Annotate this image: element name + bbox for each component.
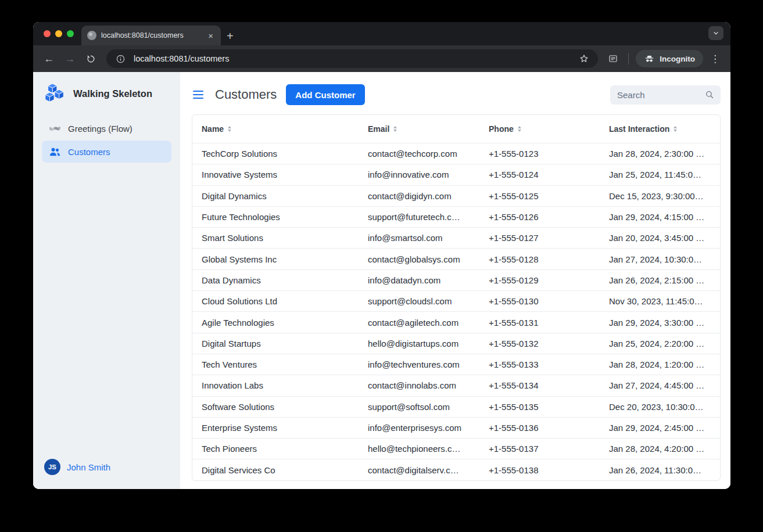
table-row[interactable]: Tech Pioneershello@techpioneers.c…+1-555… xyxy=(192,438,720,459)
address-bar[interactable]: localhost:8081/customers xyxy=(106,49,598,68)
sort-icon xyxy=(518,126,521,132)
tab-close-icon[interactable]: × xyxy=(206,31,215,41)
cell-last-interaction: Jan 27, 2024, 10:30:0… xyxy=(600,254,720,264)
cell-email: support@futuretech.c… xyxy=(359,212,479,222)
cell-name: Agile Technologies xyxy=(192,318,359,328)
table-row[interactable]: Enterprise Systemsinfo@enterprisesys.com… xyxy=(192,417,720,438)
site-info-button[interactable] xyxy=(112,51,128,67)
user-menu[interactable]: JS John Smith xyxy=(42,456,171,477)
cell-phone: +1-555-0136 xyxy=(479,423,600,433)
column-header-name[interactable]: Name xyxy=(192,124,359,134)
search-input[interactable] xyxy=(617,90,704,100)
info-icon xyxy=(116,54,126,64)
cell-name: Global Systems Inc xyxy=(192,254,359,264)
table-row[interactable]: Software Solutionssupport@softsol.com+1-… xyxy=(192,396,720,417)
sidebar-item-label: Customers xyxy=(68,147,110,157)
cell-phone: +1-555-0126 xyxy=(479,212,600,222)
cell-email: contact@globalsys.com xyxy=(359,254,479,264)
browser-toolbar: ← → localhost:8081/customers Incognito ⋮ xyxy=(33,45,730,72)
menu-toggle-button[interactable] xyxy=(192,88,205,102)
cell-last-interaction: Jan 29, 2024, 3:30:00 … xyxy=(600,318,720,328)
cell-phone: +1-555-0131 xyxy=(479,318,600,328)
cell-name: Digital Startups xyxy=(192,339,359,348)
table-row[interactable]: Digital Services Cocontact@digitalserv.c… xyxy=(192,459,720,480)
cell-name: Software Solutions xyxy=(192,402,359,412)
column-header-email[interactable]: Email xyxy=(359,124,479,134)
cell-last-interaction: Jan 28, 2024, 2:30:00 … xyxy=(600,149,720,159)
table-row[interactable]: Global Systems Inccontact@globalsys.com+… xyxy=(192,248,720,269)
incognito-badge: Incognito xyxy=(636,50,703,67)
cell-name: Digital Dynamics xyxy=(192,191,359,201)
cell-phone: +1-555-0130 xyxy=(479,296,600,306)
forward-button: → xyxy=(61,50,78,67)
table-row[interactable]: Cloud Solutions Ltdsupport@cloudsl.com+1… xyxy=(192,290,720,311)
browser-window: localhost:8081/customers × + ← → localho… xyxy=(33,22,730,489)
cell-phone: +1-555-0137 xyxy=(479,444,600,454)
incognito-label: Incognito xyxy=(660,55,695,63)
column-label: Name xyxy=(202,124,224,134)
close-window-button[interactable] xyxy=(44,30,51,37)
cell-name: Data Dynamics xyxy=(192,275,359,285)
column-header-phone[interactable]: Phone xyxy=(479,124,600,134)
cell-email: info@enterprisesys.com xyxy=(359,423,479,433)
add-customer-button[interactable]: Add Customer xyxy=(286,84,364,105)
table-row[interactable]: Agile Technologiescontact@agiletech.com+… xyxy=(192,311,720,332)
column-header-last-interaction[interactable]: Last Interaction xyxy=(600,124,720,134)
star-icon xyxy=(579,53,589,64)
table-row[interactable]: Innovative Systemsinfo@innovative.com+1-… xyxy=(192,164,720,185)
back-button[interactable]: ← xyxy=(40,50,58,67)
cell-last-interaction: Dec 20, 2023, 10:30:0… xyxy=(600,402,720,412)
tab-search-button[interactable] xyxy=(708,26,723,40)
cell-name: Smart Solutions xyxy=(192,233,359,243)
table-row[interactable]: Data Dynamicsinfo@datadyn.com+1-555-0129… xyxy=(192,269,720,290)
cell-phone: +1-555-0133 xyxy=(479,360,600,369)
sidebar-item-greetings[interactable]: Greetings (Flow) xyxy=(42,117,171,139)
cell-phone: +1-555-0132 xyxy=(479,339,600,348)
cell-phone: +1-555-0123 xyxy=(479,149,600,159)
side-panel-button[interactable] xyxy=(605,51,621,67)
cell-phone: +1-555-0138 xyxy=(479,465,600,475)
table-row[interactable]: TechCorp Solutionscontact@techcorp.com+1… xyxy=(192,143,720,164)
page-content: Walking Skeleton Greetings (Flow) xyxy=(33,72,730,489)
cell-phone: +1-555-0124 xyxy=(479,170,600,179)
cell-email: contact@techcorp.com xyxy=(359,149,479,159)
cell-email: info@techventures.com xyxy=(359,360,479,369)
cell-phone: +1-555-0127 xyxy=(479,233,600,243)
sidebar-item-label: Greetings (Flow) xyxy=(68,124,132,134)
search-box xyxy=(610,85,721,105)
chevron-down-icon xyxy=(712,29,720,37)
new-tab-button[interactable]: + xyxy=(227,30,234,42)
cell-name: Cloud Solutions Ltd xyxy=(192,296,359,306)
column-label: Email xyxy=(368,124,389,134)
table-row[interactable]: Tech Venturesinfo@techventures.com+1-555… xyxy=(192,354,720,375)
sort-icon xyxy=(674,126,677,132)
browser-tab[interactable]: localhost:8081/customers × xyxy=(81,26,221,45)
cell-name: TechCorp Solutions xyxy=(192,149,359,159)
url-text: localhost:8081/customers xyxy=(134,54,571,63)
reload-button[interactable] xyxy=(82,50,99,67)
table-row[interactable]: Digital Startupshello@digistartups.com+1… xyxy=(192,333,720,354)
cell-phone: +1-555-0129 xyxy=(479,275,600,285)
cell-name: Enterprise Systems xyxy=(192,423,359,433)
cell-email: contact@digitalserv.c… xyxy=(359,465,479,475)
zoom-window-button[interactable] xyxy=(67,30,74,37)
table-row[interactable]: Digital Dynamicscontact@digidyn.com+1-55… xyxy=(192,185,720,206)
cell-email: hello@techpioneers.c… xyxy=(359,444,479,454)
minimize-window-button[interactable] xyxy=(55,30,62,37)
cell-name: Innovation Labs xyxy=(192,380,359,390)
cell-name: Digital Services Co xyxy=(192,465,359,475)
table-row[interactable]: Smart Solutionsinfo@smartsol.com+1-555-0… xyxy=(192,227,720,248)
cell-email: info@innovative.com xyxy=(359,170,479,179)
table-header-row: Name Email Phone Last Interaction xyxy=(192,115,720,143)
cell-phone: +1-555-0128 xyxy=(479,254,600,264)
cell-email: info@datadyn.com xyxy=(359,275,479,285)
sidebar-item-customers[interactable]: Customers xyxy=(42,141,171,163)
table-row[interactable]: Innovation Labscontact@innolabs.com+1-55… xyxy=(192,375,720,396)
bookmark-button[interactable] xyxy=(576,51,592,67)
cell-phone: +1-555-0135 xyxy=(479,402,600,412)
browser-menu-button[interactable]: ⋮ xyxy=(707,53,723,65)
table-row[interactable]: Future Technologiessupport@futuretech.c…… xyxy=(192,206,720,227)
cell-last-interaction: Nov 30, 2023, 11:45:0… xyxy=(600,296,720,306)
cell-last-interaction: Jan 20, 2024, 3:45:00 … xyxy=(600,233,720,243)
page-header: Customers Add Customer xyxy=(192,84,721,105)
